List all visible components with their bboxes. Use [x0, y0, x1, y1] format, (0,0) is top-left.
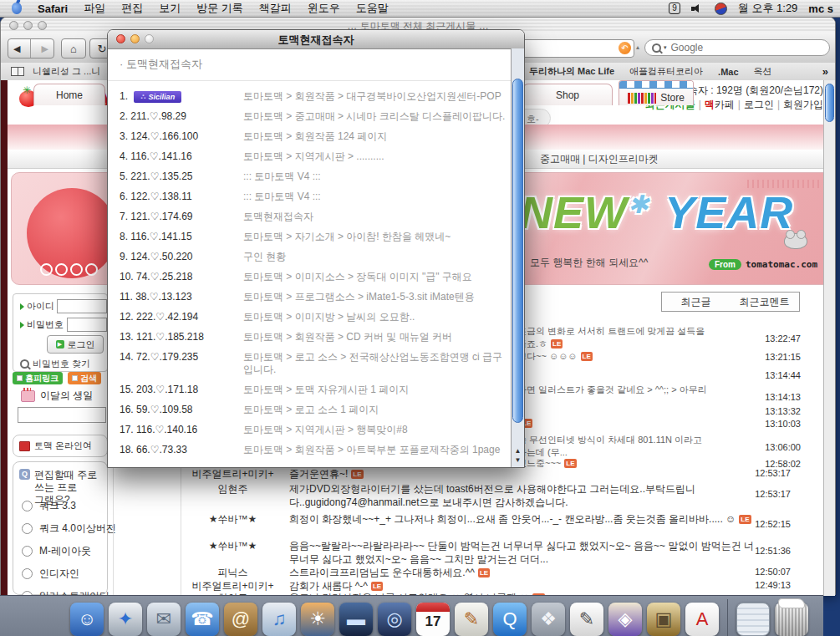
tab-recent-comments[interactable]: 최근코멘트	[730, 292, 800, 312]
home-button[interactable]: ⌂	[61, 38, 86, 59]
recent-row[interactable]: 하면 일러스트가 좋을것 같네요 > ^^;; > 아무리...13:14:13	[517, 384, 832, 409]
poll-option[interactable]: 쿼크 3.3	[22, 499, 105, 513]
dock-icon-minimized-window[interactable]	[736, 603, 770, 636]
tab-home[interactable]: Home	[33, 84, 105, 105]
tab-recent-posts[interactable]: 최근글	[661, 292, 731, 312]
menubar-menu[interactable]: 파일	[84, 1, 105, 16]
dock-icon-quicktime[interactable]: Q	[493, 603, 527, 636]
post-text[interactable]: 희정이 화장했네~~+_+ 그나저나 희정이...요새 좀 안웃어...-_- …	[289, 512, 761, 526]
snapback-icon[interactable]: ↶	[619, 42, 631, 54]
search-options-caret[interactable]: ▾	[664, 44, 667, 51]
post-text[interactable]: 즐거운연휴~!LE	[289, 467, 761, 481]
page-scrollbar-thumb[interactable]	[825, 84, 834, 122]
submenu-links[interactable]: 중고매매 | 디자인프리마켓	[540, 153, 659, 165]
poll-option[interactable]: 인디자인	[22, 567, 105, 581]
post-author[interactable]: 비주얼트리+미키+	[181, 467, 285, 481]
dock-icon-iphoto[interactable]: ☀	[301, 603, 334, 636]
menubar-menu[interactable]: 윈도우	[308, 1, 340, 16]
visitor-row[interactable]: 12. 222.♡.42.194토마토맥 > 이미지방 > 날씨의 오묘함..	[120, 311, 511, 323]
poll-option[interactable]: 쿼크 4.0이상버전	[22, 522, 105, 536]
apple-menu-icon[interactable]	[12, 3, 22, 14]
back-icon[interactable]: ◀	[13, 43, 20, 54]
field-resize-nub[interactable]: ▴	[636, 43, 639, 51]
bookmarks-overflow-chevron[interactable]: »	[822, 65, 828, 78]
scroll-down-arrow[interactable]: ▼	[515, 456, 522, 464]
post-author[interactable]: 임현주	[181, 482, 285, 496]
find-password-link[interactable]: 비밀번호 찾기	[20, 358, 90, 370]
visitor-row[interactable]: 5. 221.♡.135.25::: 토마토맥 V4 :::	[120, 170, 511, 183]
visitor-row[interactable]: 17. 116.♡.140.16토마토맥 > 지역게시판 > 행복맞이#8	[120, 424, 511, 436]
user-menu[interactable]: mc s	[808, 3, 833, 15]
dock-icon-address-book[interactable]: @	[224, 603, 257, 636]
visitor-row[interactable]: 2. 211.♡.98.29토마토맥 > 중고매매 > 시네마 크리스탈 디스플…	[120, 110, 511, 123]
menubar-menu[interactable]: 도움말	[356, 1, 389, 16]
dock-icon-textedit[interactable]: ✎	[570, 603, 603, 636]
sidebar-input[interactable]	[18, 407, 106, 423]
menubar-menu[interactable]: 편집	[121, 1, 143, 16]
login-button[interactable]: ▶ 로그인	[47, 335, 104, 354]
homepage-link-badge[interactable]: 홈피링크	[13, 372, 63, 384]
visitor-row[interactable]: 14. 72.♡.179.235토마토맥 > 로고 소스 > 전국해상산업노동조…	[120, 351, 511, 376]
app-indicator-icon[interactable]: 9	[669, 3, 680, 14]
visitor-row[interactable]: 15. 203.♡.171.18토마토맥 > 토맥 자유게시판 1 페이지	[120, 384, 511, 396]
menubar-menu[interactable]: 보기	[159, 1, 181, 16]
menubar-menu[interactable]: 책갈피	[259, 1, 292, 16]
menu-clock[interactable]: 월 오후 1:29	[738, 1, 798, 16]
popup-scrollbar[interactable]: ▲ ▼	[511, 48, 524, 467]
dock-icon-idvd[interactable]: ◎	[378, 603, 411, 636]
poll-option[interactable]: M-레이아웃	[22, 544, 105, 558]
visitor-row[interactable]: 7. 121.♡.174.69토맥현재접속자	[120, 211, 511, 223]
visitor-row[interactable]: 4. 116.♡.141.16토마토맥 > 지역게시판 > ..........	[120, 150, 511, 163]
post-author[interactable]: 피닉스	[181, 566, 285, 580]
visitor-row[interactable]: 6. 122.♡.138.11::: 토마토맥 V4 :::	[120, 191, 511, 203]
bookmark-item[interactable]: 니쉘리성 그 ...니	[33, 65, 100, 78]
tab-store[interactable]: Store	[619, 80, 694, 105]
visitor-row[interactable]: 10. 74.♡.25.218토마토맥 > 이미지소스 > 장독대 이미지 "급…	[120, 271, 511, 283]
radio-button[interactable]	[22, 523, 33, 534]
back-forward-buttons[interactable]: ◀ ▶	[8, 38, 54, 59]
dock-icon-itunes[interactable]: ♫	[262, 603, 296, 636]
visitor-row[interactable]: 16. 59.♡.109.58토마토맥 > 로고 소스 1 페이지	[120, 404, 511, 416]
dock-icon-appleworks[interactable]: ✎	[455, 603, 488, 636]
dock-icon-imovie[interactable]: ▬	[339, 603, 373, 636]
bookmark-item[interactable]: 옥션	[754, 65, 772, 78]
menubar-menu[interactable]: 방문 기록	[196, 1, 243, 16]
dock-icon-safari[interactable]: ✦	[109, 603, 142, 636]
dock-icon-illustrator[interactable]: ▣	[647, 603, 680, 636]
google-search-field[interactable]: ▾	[644, 39, 830, 56]
search-badge[interactable]: 검색	[68, 372, 101, 384]
recent-row[interactable]: 쁘다~~ ☺☺☺LE13:21:15	[517, 350, 832, 363]
top-link[interactable]: 로그인	[744, 99, 774, 110]
volume-icon[interactable]	[691, 3, 704, 13]
top-link[interactable]: 맥카페	[705, 99, 735, 110]
korean-input-icon[interactable]	[715, 3, 727, 15]
bookmark-item[interactable]: .Mac	[718, 67, 738, 77]
bookmark-item[interactable]: 애플컴퓨터코리아	[629, 65, 703, 78]
dock-icon-apple-book[interactable]: ❖	[532, 603, 565, 636]
scroll-up-arrow[interactable]: ▲	[515, 447, 522, 455]
dock-icon-quark-xpress[interactable]: ◈	[608, 603, 642, 636]
pw-input[interactable]	[67, 318, 107, 332]
post-text[interactable]: 음음~~랄랄라~~라랄라라라~~ 단둘이 밤먹는건 너무너무 싫다고 했었지~오…	[289, 539, 761, 566]
visitor-row[interactable]: 11. 38.♡.13.123토마토맥 > 프로그램소스 > iMate1-5-…	[120, 291, 511, 303]
bookmark-item[interactable]: 두리하나의 Mac Life	[529, 65, 614, 78]
recent-row[interactable]: 술 무선인터넷 방식이 차세대 801.11N 이라고하는데 (무...13:0…	[517, 434, 832, 459]
popup-scrollbar-thumb[interactable]	[512, 79, 523, 423]
search-input[interactable]	[669, 41, 822, 54]
tab-shop[interactable]: Shop	[522, 84, 613, 105]
visitor-row[interactable]: 3. 124.♡.166.100토마토맥 > 회원작품 124 페이지	[120, 130, 511, 143]
radio-button[interactable]	[22, 501, 33, 511]
recent-row[interactable]: 조금의 변화로 서서히 트랜드에 맞게끔 설득을들죠.ㅎLE13:22:47	[517, 325, 832, 350]
menu-app-name[interactable]: Safari	[38, 3, 68, 15]
dock-icon-finder[interactable]: ☺	[70, 603, 104, 636]
post-author[interactable]: ★쑤바™★	[181, 512, 285, 527]
page-scrollbar[interactable]	[823, 80, 835, 596]
post-text[interactable]: 스트라이크프리덤님도 운수대통하세요.^^LE	[289, 566, 761, 579]
post-author[interactable]: ★쑤바™★	[181, 539, 285, 553]
top-link[interactable]: 회원가입	[783, 99, 823, 110]
dock-icon-acrobat-reader[interactable]: A	[685, 603, 719, 636]
popup-title-bar[interactable]: 토맥현재접속자	[108, 30, 524, 49]
dock-icon-ical[interactable]: 17	[416, 603, 450, 636]
radio-button[interactable]	[22, 546, 33, 557]
visitor-row[interactable]: 8. 116.♡.141.15토마토맥 > 자기소개 > 아이참! 한참을 헤맸…	[120, 231, 511, 243]
